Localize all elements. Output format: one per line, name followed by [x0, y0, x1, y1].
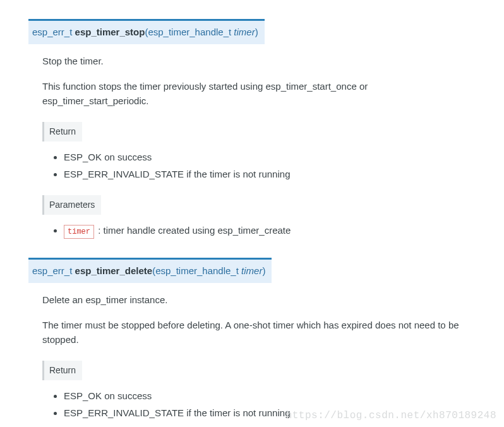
function-body: Delete an esp_timer instance. The timer … — [28, 283, 464, 428]
return-label: Return — [42, 361, 82, 380]
param-type-link[interactable]: esp_timer_handle_t — [155, 265, 239, 276]
summary-text: Delete an esp_timer instance. — [42, 293, 464, 308]
function-signature: esp_err_t esp_timer_delete(esp_timer_han… — [28, 258, 272, 283]
return-type-link[interactable]: esp_err_t — [32, 265, 72, 276]
param-item: timer : timer handle created using esp_t… — [64, 224, 464, 239]
param-list: timer : timer handle created using esp_t… — [64, 224, 464, 239]
return-type-link[interactable]: esp_err_t — [32, 27, 72, 37]
description-text: This function stops the timer previously… — [42, 80, 464, 108]
return-item: ESP_ERR_INVALID_STATE if the timer is no… — [64, 167, 464, 182]
return-list: ESP_OK on success ESP_ERR_INVALID_STATE … — [64, 150, 464, 181]
summary-text: Stop the timer. — [42, 54, 464, 69]
return-item: ESP_OK on success — [64, 389, 464, 404]
function-signature: esp_err_t esp_timer_stop(esp_timer_handl… — [28, 19, 265, 44]
param-type-link[interactable]: esp_timer_handle_t — [148, 27, 231, 37]
return-label: Return — [42, 122, 82, 141]
description-text: The timer must be stopped before deletin… — [42, 318, 464, 347]
function-name: esp_timer_delete — [75, 265, 153, 276]
close-paren: ) — [255, 27, 258, 37]
function-body: Stop the timer. This function stops the … — [28, 44, 464, 239]
return-item: ESP_OK on success — [64, 150, 464, 165]
watermark-text: https://blog.csdn.net/xh870189248 — [286, 408, 496, 423]
function-block: esp_err_t esp_timer_stop(esp_timer_handl… — [28, 19, 471, 239]
function-name: esp_timer_stop — [75, 27, 145, 37]
param-desc: : timer handle created using esp_timer_c… — [98, 225, 291, 236]
param-name: timer — [241, 265, 262, 276]
param-code: timer — [64, 225, 94, 239]
parameters-label: Parameters — [42, 195, 101, 215]
close-paren: ) — [262, 265, 265, 276]
param-name: timer — [234, 27, 255, 37]
function-block: esp_err_t esp_timer_delete(esp_timer_han… — [28, 258, 471, 427]
